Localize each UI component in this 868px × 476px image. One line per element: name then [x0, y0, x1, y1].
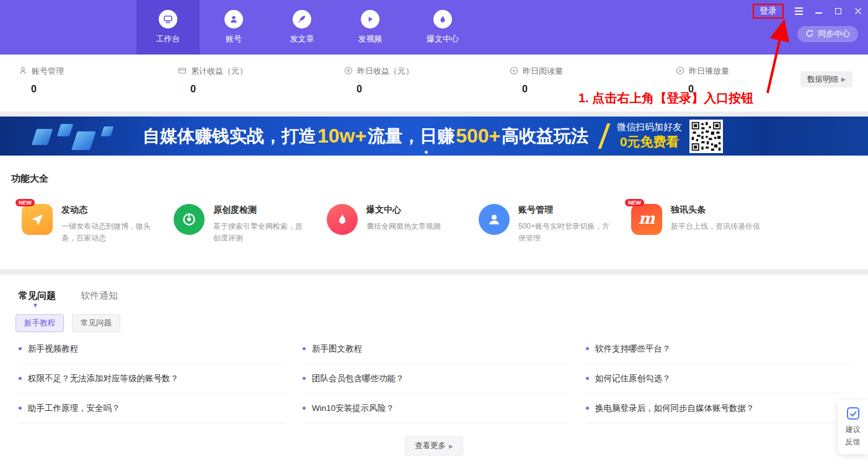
menu-icon[interactable]	[794, 6, 804, 16]
stat-total-income: 累计收益（元） 0	[178, 66, 247, 95]
views-icon	[510, 66, 518, 77]
app-header: 工作台 账号 发文章 发视频 爆文中心 登录	[0, 0, 868, 55]
feedback-label: 反馈	[846, 437, 861, 447]
login-button[interactable]: 登录	[753, 4, 784, 19]
view-more-button[interactable]: 查看更多 ▶	[405, 436, 463, 456]
faq-item[interactable]: 换电脑登录后，如何同步自媒体账号数据？	[586, 394, 852, 423]
faq-item-text: 软件支持哪些平台？	[595, 343, 671, 355]
stat-label: 昨日播放量	[689, 66, 729, 77]
feature-title: 爆文中心	[366, 205, 461, 216]
faq-column-2: 新手图文教程 团队会员包含哪些功能？ Win10安装提示风险？	[303, 334, 569, 423]
feedback-icon	[846, 407, 860, 423]
maximize-icon[interactable]	[833, 6, 843, 16]
qr-code	[689, 120, 723, 153]
wechat-line2: 0元免费看	[620, 133, 680, 151]
stat-label: 账号管理	[32, 66, 64, 77]
chip-beginner-tutorial[interactable]: 新手教程	[16, 314, 64, 332]
stat-label: 昨日收益（元）	[357, 66, 414, 77]
bullet-icon	[586, 377, 589, 380]
faq-section: 常见问题 ▼ 软件通知 新手教程 常见问题 新手视频教程 权限不足？无法添加对应…	[0, 275, 868, 476]
bullet-icon	[303, 407, 306, 410]
banner-decoration	[57, 124, 73, 136]
banner-text: 高收益玩法	[502, 125, 588, 148]
caret-right-icon: ▶	[449, 443, 453, 449]
nav-tab-label: 爆文中心	[427, 33, 459, 45]
feature-desc: 一键发布动态到微博，微头条，百家动态	[61, 221, 156, 244]
feature-card-post-moment[interactable]: NEW 发动态 一键发布动态到微博，微头条，百家动态	[22, 204, 156, 244]
feature-card-account-management[interactable]: 账号管理 500+账号实时登录切换，方便管理	[479, 204, 613, 244]
wechat-promo: 微信扫码加好友 0元免费看	[617, 117, 723, 156]
bullet-icon	[19, 377, 22, 380]
main-nav: 工作台 账号 发文章 发视频 爆文中心	[136, 0, 481, 55]
faq-item-text: 新手图文教程	[312, 343, 362, 355]
faq-item[interactable]: 新手图文教程	[303, 334, 569, 364]
new-badge: NEW	[16, 199, 35, 206]
nav-tab-accounts[interactable]: 账号	[200, 0, 268, 55]
faq-item-text: 助手工作原理，安全吗？	[28, 403, 120, 414]
feedback-widget[interactable]: 建议 反馈	[838, 400, 868, 454]
caret-right-icon: ▶	[841, 76, 846, 82]
feature-card-originality-check[interactable]: 原创度检测 基于搜索引擎全网检索，原创度评测	[174, 204, 308, 244]
carousel-dot[interactable]	[425, 151, 428, 154]
person-icon	[479, 204, 510, 235]
nav-tab-publish-article[interactable]: 发文章	[268, 0, 336, 55]
faq-item[interactable]: 如何记住原创勾选？	[586, 364, 852, 394]
banner-decoration	[32, 129, 53, 145]
faq-item[interactable]: 助手工作原理，安全吗？	[19, 394, 285, 423]
new-badge: NEW	[625, 199, 644, 206]
faq-item[interactable]: 权限不足？无法添加对应等级的账号数？	[19, 364, 285, 394]
stat-yesterday-reads: 昨日阅读量 0	[510, 66, 563, 95]
nav-tab-label: 发文章	[290, 33, 314, 45]
feature-desc: 囊括全网最热文章视频	[366, 221, 461, 232]
data-detail-button[interactable]: 数据明细 ▶	[800, 71, 852, 87]
stat-value: 0	[344, 84, 414, 95]
bullet-icon	[19, 407, 22, 410]
faq-item[interactable]: 团队会员包含哪些功能？	[303, 364, 569, 394]
banner-highlight: 10w+	[316, 125, 368, 148]
bullet-icon	[19, 347, 22, 350]
banner-headline: 自媒体赚钱实战，打造10w+流量，日赚500+高收益玩法	[143, 117, 588, 156]
faq-column-3: 软件支持哪些平台？ 如何记住原创勾选？ 换电脑登录后，如何同步自媒体账号数据？	[586, 334, 852, 423]
tab-software-notice[interactable]: 软件通知	[81, 290, 118, 302]
banner-text: 自媒体赚钱实战，打造	[143, 125, 316, 148]
feature-title: 账号管理	[518, 205, 613, 216]
banner-decoration	[71, 131, 96, 150]
banner-highlight: 500+	[454, 125, 502, 148]
features-section: 功能大全 NEW 发动态 一键发布动态到微博，微头条，百家动态 原创度检测 基于…	[0, 156, 868, 269]
stat-yesterday-income: 昨日收益（元） 0	[344, 66, 414, 95]
faq-item[interactable]: 新手视频教程	[19, 334, 285, 364]
faq-item-text: 新手视频教程	[28, 343, 78, 355]
sync-center-button[interactable]: 同步中心	[797, 26, 858, 42]
nav-tab-hot-center[interactable]: 爆文中心	[404, 0, 481, 55]
person-icon	[19, 66, 27, 77]
minimize-icon[interactable]	[813, 6, 823, 16]
feature-card-duxun-toutiao[interactable]: NEW m 独讯头条 新平台上线，资讯传递价值	[631, 204, 765, 235]
faq-item-text: 权限不足？无法添加对应等级的账号数？	[28, 373, 179, 384]
nav-tab-publish-video[interactable]: 发视频	[336, 0, 404, 55]
nav-tab-label: 账号	[226, 33, 242, 45]
bullet-icon	[586, 347, 589, 350]
feature-desc: 基于搜索引擎全网检索，原创度评测	[213, 221, 308, 244]
banner-divider	[598, 123, 611, 149]
faq-item[interactable]: 软件支持哪些平台？	[586, 334, 852, 364]
feature-card-hot-center[interactable]: 爆文中心 囊括全网最热文章视频	[327, 204, 461, 235]
bullet-icon	[303, 377, 306, 380]
chip-common-questions[interactable]: 常见问题	[72, 314, 120, 332]
workbench-icon	[159, 10, 177, 29]
nav-tab-label: 发视频	[358, 33, 383, 45]
play-icon	[361, 10, 379, 29]
sync-center-label: 同步中心	[818, 29, 850, 40]
nav-tab-workbench[interactable]: 工作台	[136, 0, 200, 55]
faq-item[interactable]: Win10安装提示风险？	[303, 394, 569, 423]
send-icon: NEW	[22, 204, 53, 235]
view-more-label: 查看更多	[415, 441, 446, 451]
play-circle-icon	[676, 66, 684, 77]
tab-faq[interactable]: 常见问题	[19, 290, 56, 302]
coin-icon	[344, 66, 353, 77]
close-icon[interactable]	[853, 6, 863, 16]
caret-down-icon: ▼	[32, 302, 38, 309]
promo-banner[interactable]: 自媒体赚钱实战，打造10w+流量，日赚500+高收益玩法 微信扫码加好友 0元免…	[0, 117, 868, 156]
flame-icon	[433, 10, 452, 29]
feature-desc: 新平台上线，资讯传递价值	[671, 221, 765, 232]
duxun-logo-icon: NEW m	[631, 204, 662, 235]
